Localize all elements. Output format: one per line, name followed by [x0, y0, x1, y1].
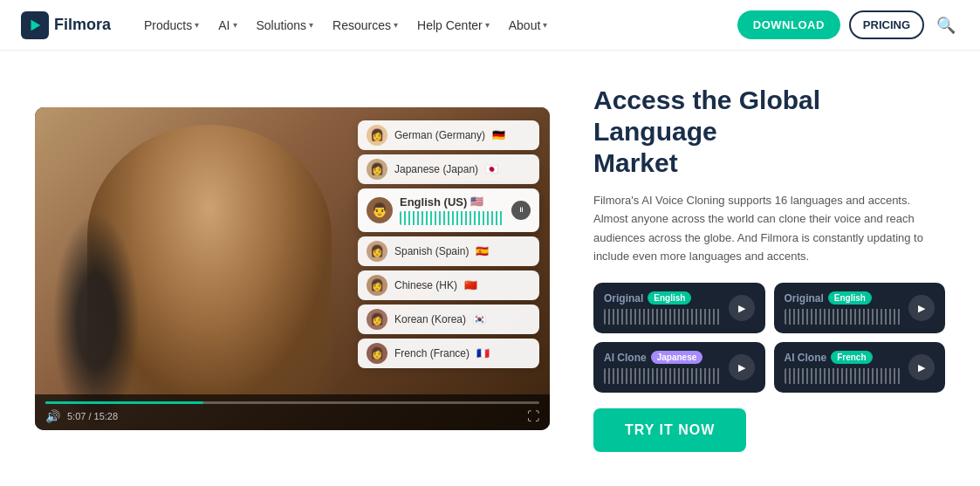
- nav-item-about[interactable]: About ▾: [500, 13, 557, 38]
- nav-item-ai[interactable]: AI ▾: [209, 13, 245, 38]
- chevron-down-icon-help: ▾: [485, 20, 490, 30]
- nav-item-products[interactable]: Products ▾: [135, 13, 208, 38]
- section-title: Access the Global Language Market: [593, 85, 945, 179]
- lang-name-french: French (France): [394, 347, 469, 359]
- lang-card-french: 👩 French (France) 🇫🇷: [358, 339, 539, 368]
- english-info: English (US) 🇺🇸: [400, 195, 504, 225]
- nav-items-container: Products ▾ AI ▾ Solutions ▾ Resources ▾ …: [135, 13, 737, 38]
- audio-card-original-1: Original English ▶: [593, 283, 765, 333]
- lang-card-english-active: 👨 English (US) 🇺🇸 ⏸: [358, 188, 539, 232]
- chevron-down-icon-about: ▾: [543, 20, 547, 30]
- nav-item-helpcenter[interactable]: Help Center ▾: [408, 13, 498, 38]
- video-container: 👩 German (Germany) 🇩🇪 👩 Japanese (Japan)…: [35, 107, 550, 430]
- waveform-clone-japanese: [604, 368, 722, 384]
- flag-english: 🇺🇸: [470, 195, 483, 208]
- lang-name-spanish: Spanish (Spain): [394, 245, 469, 257]
- title-line1: Access the Global Language: [593, 86, 820, 146]
- chevron-down-icon-ai: ▾: [233, 20, 237, 30]
- avatar-french: 👩: [367, 343, 387, 364]
- play-button-2[interactable]: ▶: [908, 295, 935, 321]
- logo-area[interactable]: Filmora: [21, 11, 111, 39]
- audio-card-original-2: Original English ▶: [774, 283, 946, 333]
- lang-card-german: 👩 German (Germany) 🇩🇪: [358, 120, 539, 150]
- avatar-chinese: 👩: [367, 275, 387, 296]
- badge-english-2: English: [828, 291, 872, 305]
- audio-card-info-2: Original English: [785, 291, 902, 325]
- flag-german: 🇩🇪: [492, 129, 505, 141]
- nav-label-helpcenter: Help Center: [417, 18, 483, 32]
- progress-fill: [45, 401, 203, 404]
- label-type-ai-clone-french: AI Clone: [785, 352, 827, 364]
- pricing-button[interactable]: PRICING: [849, 10, 924, 39]
- play-button-1[interactable]: ▶: [729, 295, 755, 321]
- main-content: 👩 German (Germany) 🇩🇪 👩 Japanese (Japan)…: [0, 51, 980, 486]
- nav-label-ai: AI: [218, 18, 230, 32]
- section-description: Filmora's AI Voice Cloning supports 16 l…: [593, 191, 942, 266]
- lang-name-german: German (Germany): [394, 129, 485, 141]
- video-timestamp: 5:07 / 15:28: [67, 411, 118, 421]
- video-section: 👩 German (Germany) 🇩🇪 👩 Japanese (Japan)…: [35, 107, 550, 430]
- filmora-logo-icon: [21, 11, 49, 39]
- chevron-down-icon: ▾: [195, 20, 199, 30]
- language-cards: 👩 German (Germany) 🇩🇪 👩 Japanese (Japan)…: [358, 120, 539, 368]
- nav-label-products: Products: [144, 18, 192, 32]
- play-button-french[interactable]: ▶: [908, 354, 935, 380]
- nav-label-about: About: [509, 18, 541, 32]
- logo-text: Filmora: [54, 16, 111, 34]
- waveform-original-2: [785, 309, 902, 325]
- flag-chinese: 🇨🇳: [464, 279, 477, 291]
- waveform-english: [400, 211, 504, 225]
- svg-marker-0: [31, 19, 41, 31]
- label-type-original-1: Original: [604, 292, 643, 305]
- navbar: Filmora Products ▾ AI ▾ Solutions ▾ Reso…: [0, 0, 980, 51]
- audio-cards-grid: Original English ▶ Original English: [593, 283, 945, 393]
- nav-actions: DOWNLOAD PRICING 🔍: [737, 10, 959, 39]
- audio-card-clone-french: AI Clone French ▶: [774, 342, 946, 393]
- video-controls-bar: 🔊 5:07 / 15:28 ⛶: [35, 394, 550, 430]
- search-button[interactable]: 🔍: [933, 12, 959, 38]
- audio-card-info-french: AI Clone French: [785, 351, 902, 384]
- lang-card-spanish: 👩 Spanish (Spain) 🇪🇸: [358, 236, 539, 266]
- badge-french: French: [831, 351, 872, 364]
- fullscreen-icon[interactable]: ⛶: [527, 409, 539, 423]
- try-it-now-button[interactable]: TRY IT NOW: [593, 408, 746, 452]
- lang-card-korean: 👩 Korean (Korea) 🇰🇷: [358, 305, 539, 334]
- volume-icon[interactable]: 🔊: [45, 409, 60, 423]
- lang-name-japanese: Japanese (Japan): [394, 163, 478, 175]
- audio-card-info-japanese: AI Clone Japanese: [604, 351, 722, 384]
- waveform-clone-french: [785, 368, 902, 384]
- nav-item-solutions[interactable]: Solutions ▾: [248, 13, 323, 38]
- nav-label-resources: Resources: [332, 18, 391, 32]
- chevron-down-icon-solutions: ▾: [309, 20, 313, 30]
- flag-korean: 🇰🇷: [473, 313, 486, 325]
- lang-card-japanese: 👩 Japanese (Japan) 🇯🇵: [358, 154, 539, 184]
- badge-english-1: English: [648, 291, 691, 305]
- play-button-japanese[interactable]: ▶: [729, 354, 755, 380]
- label-type-original-2: Original: [785, 292, 824, 305]
- lang-name-english: English (US): [400, 195, 467, 209]
- label-type-ai-clone-japanese: AI Clone: [604, 352, 647, 364]
- lang-name-korean: Korean (Korea): [394, 313, 466, 325]
- pause-button[interactable]: ⏸: [511, 201, 531, 220]
- badge-japanese: Japanese: [651, 351, 703, 364]
- flag-spanish: 🇪🇸: [476, 245, 489, 257]
- avatar-english: 👨: [367, 197, 393, 223]
- progress-bar[interactable]: [45, 401, 539, 404]
- waveform-original-1: [604, 309, 722, 325]
- avatar-korean: 👩: [367, 309, 387, 330]
- controls-row: 🔊 5:07 / 15:28 ⛶: [45, 409, 539, 423]
- nav-item-resources[interactable]: Resources ▾: [324, 13, 407, 38]
- flag-french: 🇫🇷: [476, 347, 490, 359]
- title-line2: Market: [593, 148, 678, 177]
- flag-japanese: 🇯🇵: [485, 163, 498, 175]
- audio-card-clone-japanese: AI Clone Japanese ▶: [593, 342, 765, 393]
- lang-name-chinese: Chinese (HK): [394, 279, 457, 291]
- avatar-japanese: 👩: [367, 159, 387, 180]
- avatar-german: 👩: [367, 125, 387, 146]
- chevron-down-icon-resources: ▾: [394, 20, 398, 30]
- download-button[interactable]: DOWNLOAD: [737, 10, 840, 39]
- audio-card-info-1: Original English: [604, 291, 722, 325]
- lang-card-chinese: 👩 Chinese (HK) 🇨🇳: [358, 270, 539, 300]
- search-icon: 🔍: [936, 17, 956, 34]
- avatar-spanish: 👩: [367, 241, 387, 262]
